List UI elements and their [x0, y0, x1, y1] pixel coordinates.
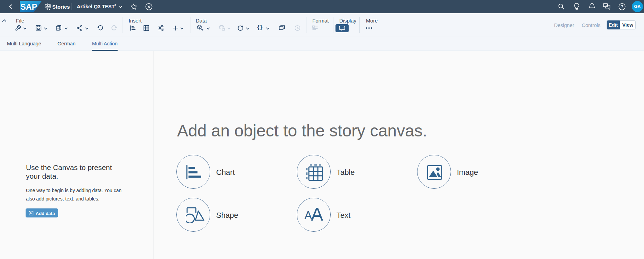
svg-text:SAP: SAP [20, 2, 37, 11]
svg-text:?: ? [620, 4, 623, 9]
